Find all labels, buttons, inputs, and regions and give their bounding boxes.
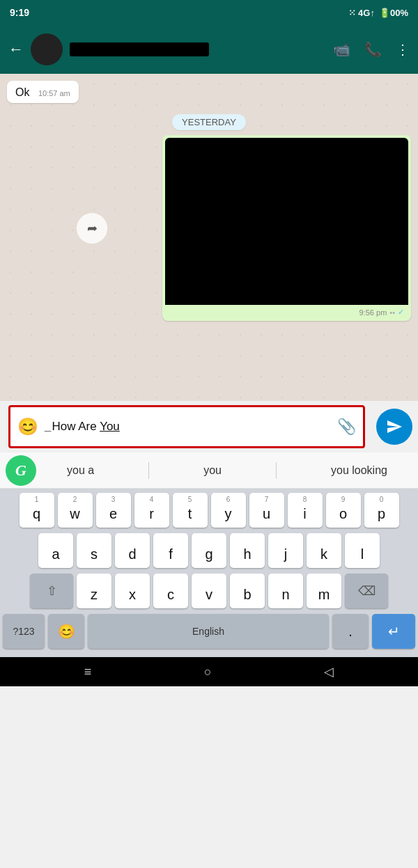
nav-menu-icon[interactable]: ≡ xyxy=(84,665,92,679)
divider-1 xyxy=(148,462,149,479)
delete-key[interactable]: ⌫ xyxy=(345,574,388,608)
key-h[interactable]: h xyxy=(230,533,265,568)
autocomplete-bar: G you a you you looking xyxy=(0,452,418,489)
keyboard: 1 q 2 w 3 e 4 r 5 t 6 y 7 u 8 i xyxy=(0,489,418,657)
divider-2 xyxy=(276,462,277,479)
message-text: Ok xyxy=(15,86,29,98)
video-call-icon[interactable]: 📹 xyxy=(333,41,350,58)
key-y[interactable]: 6 y xyxy=(211,493,246,528)
key-u[interactable]: 7 u xyxy=(249,493,284,528)
key-t[interactable]: 5 t xyxy=(173,493,208,528)
key-k[interactable]: k xyxy=(307,533,341,568)
key-row-4: ?123 😊 English . ↵ xyxy=(3,614,415,649)
key-j[interactable]: j xyxy=(268,533,303,568)
autocomplete-suggestions: you a you you looking xyxy=(36,462,418,479)
nav-back-icon[interactable]: ◁ xyxy=(324,664,334,679)
space-key[interactable]: English xyxy=(88,614,329,649)
contact-name-block xyxy=(70,42,326,56)
avatar[interactable] xyxy=(31,33,63,65)
nav-home-icon[interactable]: ○ xyxy=(204,665,212,679)
battery-icon: 🔋00% xyxy=(379,8,408,18)
symbols-key[interactable]: ?123 xyxy=(3,614,45,649)
nav-bar: ≡ ○ ◁ xyxy=(0,657,418,686)
emoji-keyboard-key[interactable]: 😊 xyxy=(48,614,84,649)
key-l[interactable]: l xyxy=(345,533,380,568)
back-button[interactable]: ← xyxy=(8,40,24,58)
contact-name-redacted xyxy=(70,42,209,56)
key-q[interactable]: 1 q xyxy=(20,493,54,528)
video-thumbnail[interactable] xyxy=(165,138,408,305)
key-r[interactable]: 4 r xyxy=(134,493,169,528)
emoji-button[interactable]: 😊 xyxy=(17,417,38,436)
video-time-row: 9:56 pm •• ✓ xyxy=(165,306,408,317)
key-z[interactable]: z xyxy=(77,574,111,608)
message-bubble-incoming: Ok 10:57 am xyxy=(7,81,79,103)
enter-key[interactable]: ↵ xyxy=(372,614,415,649)
forward-button[interactable]: ➦ xyxy=(77,213,107,244)
key-s[interactable]: s xyxy=(77,533,111,568)
status-bar: 9:19 ⁙ 4G↑ 🔋00% xyxy=(0,0,418,25)
suggestion-1[interactable]: you a xyxy=(60,464,101,477)
input-row: 😊 _How Are You 📎 xyxy=(0,401,418,452)
input-main-text: How Are You xyxy=(52,420,119,433)
video-message-bubble: 9:56 pm •• ✓ xyxy=(162,135,411,321)
signal-icon: ⁙ 4G↑ xyxy=(348,8,375,18)
read-dots: •• xyxy=(389,308,395,317)
keyboard-emoji-icon: 😊 xyxy=(58,623,75,640)
shift-icon: ⇧ xyxy=(47,583,57,599)
key-row-1: 1 q 2 w 3 e 4 r 5 t 6 y 7 u 8 i xyxy=(3,493,415,528)
suggestion-2[interactable]: you xyxy=(196,464,229,477)
delete-icon: ⌫ xyxy=(358,583,376,599)
key-i[interactable]: 8 i xyxy=(288,493,323,528)
double-check: ✓ xyxy=(398,308,404,317)
key-m[interactable]: m xyxy=(307,574,341,608)
key-c[interactable]: c xyxy=(153,574,188,608)
status-time: 9:19 xyxy=(10,7,29,18)
shift-key[interactable]: ⇧ xyxy=(30,574,73,608)
key-f[interactable]: f xyxy=(153,533,188,568)
key-d[interactable]: d xyxy=(115,533,150,568)
chat-area: Ok 10:57 am YESTERDAY ➦ 9:56 pm •• ✓ xyxy=(0,74,418,401)
enter-icon: ↵ xyxy=(388,623,400,640)
more-options-icon[interactable]: ⋮ xyxy=(396,41,410,58)
period-key[interactable]: . xyxy=(332,614,369,649)
key-n[interactable]: n xyxy=(268,574,303,608)
key-g[interactable]: g xyxy=(192,533,226,568)
key-e[interactable]: 3 e xyxy=(96,493,131,528)
attach-button[interactable]: 📎 xyxy=(337,418,356,436)
input-bar[interactable]: 😊 _How Are You 📎 xyxy=(8,405,365,448)
suggestion-3[interactable]: you looking xyxy=(324,464,394,477)
header-actions: 📹 📞 ⋮ xyxy=(333,41,410,58)
video-time: 9:56 pm xyxy=(359,308,387,317)
key-o[interactable]: 9 o xyxy=(326,493,361,528)
key-v[interactable]: v xyxy=(192,574,226,608)
key-p[interactable]: 0 p xyxy=(364,493,399,528)
key-row-3: ⇧ z x c v b n m ⌫ xyxy=(3,574,415,608)
key-a[interactable]: a xyxy=(38,533,73,568)
grammarly-logo[interactable]: G xyxy=(6,455,36,486)
key-b[interactable]: b xyxy=(230,574,265,608)
status-bar-right: ⁙ 4G↑ 🔋00% xyxy=(348,8,409,18)
key-row-2: a s d f g h j k l xyxy=(3,533,415,568)
message-input[interactable]: _How Are You xyxy=(45,420,330,434)
send-button[interactable] xyxy=(376,409,412,445)
phone-call-icon[interactable]: 📞 xyxy=(364,41,382,58)
chat-header: ← 📹 📞 ⋮ xyxy=(0,25,418,74)
key-x[interactable]: x xyxy=(115,574,150,608)
key-w[interactable]: 2 w xyxy=(58,493,93,528)
message-time: 10:57 am xyxy=(38,89,70,97)
date-badge: YESTERDAY xyxy=(7,116,411,128)
